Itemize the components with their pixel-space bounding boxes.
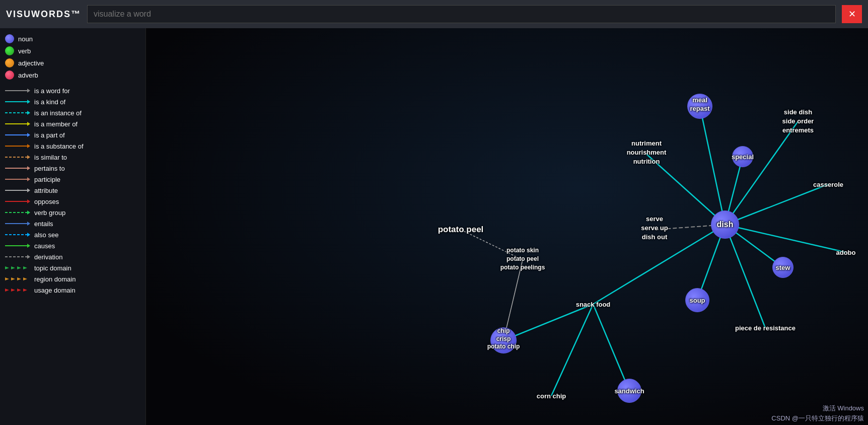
svg-marker-34 (17, 266, 21, 269)
legend-causes: causes (5, 242, 140, 250)
is-a-member-of-label: is a member of (34, 120, 78, 128)
legend-participle: participle (5, 175, 140, 183)
usage-domain-line (5, 286, 30, 294)
svg-marker-35 (23, 266, 27, 269)
node-chip-crisp[interactable] (490, 327, 517, 353)
svg-marker-40 (5, 289, 9, 292)
legend-adjective: adjective (5, 58, 140, 67)
is-a-substance-of-line (5, 142, 30, 150)
attribute-label: attribute (34, 187, 58, 194)
legend-opposes: opposes (5, 197, 140, 205)
legend-is-similar-to: is similar to (5, 153, 140, 161)
header: VISUWORDS™ ✕ (0, 0, 868, 28)
legend-panel: noun verb adjective adverb is a word for (0, 28, 146, 425)
entails-line (5, 220, 30, 228)
participle-label: participle (34, 176, 60, 183)
svg-marker-32 (5, 266, 9, 269)
legend-is-a-part-of: is a part of (5, 131, 140, 139)
svg-marker-15 (27, 166, 30, 170)
noun-circle (5, 34, 14, 43)
legend-topic-domain: topic domain (5, 264, 140, 272)
svg-marker-11 (27, 144, 30, 148)
node-stew[interactable] (772, 257, 793, 278)
node-special[interactable] (732, 146, 753, 167)
noun-label: noun (18, 35, 33, 43)
verb-group-line (5, 208, 30, 217)
adjective-label: adjective (18, 59, 44, 67)
node-meal-repast[interactable] (687, 94, 712, 119)
usage-domain-label: usage domain (34, 287, 76, 294)
region-domain-label: region domain (34, 275, 76, 283)
adverb-circle (5, 70, 14, 80)
main-area: noun verb adjective adverb is a word for (0, 28, 868, 425)
is-similar-to-line (5, 153, 30, 161)
legend-is-a-member-of: is a member of (5, 120, 140, 128)
is-a-kind-of-line (5, 98, 30, 106)
legend-adverb: adverb (5, 70, 140, 80)
node-dish[interactable] (711, 210, 739, 239)
is-a-word-for-line (5, 87, 30, 95)
svg-marker-41 (11, 289, 15, 292)
region-domain-line (5, 275, 30, 283)
pertains-to-label: pertains to (34, 165, 65, 172)
svg-marker-29 (27, 244, 30, 248)
pertains-to-line (5, 164, 30, 172)
is-a-part-of-label: is a part of (34, 131, 65, 139)
svg-marker-7 (27, 122, 30, 126)
is-a-substance-of-label: is a substance of (34, 143, 84, 150)
legend-pertains-to: pertains to (5, 164, 140, 172)
legend-also-see: also see (5, 231, 140, 239)
search-input[interactable] (87, 5, 836, 23)
is-a-kind-of-label: is a kind of (34, 98, 65, 106)
svg-marker-37 (11, 277, 15, 280)
legend-verb-group: verb group (5, 208, 140, 217)
derivation-label: derivation (34, 253, 62, 261)
is-a-word-for-label: is a word for (34, 87, 70, 95)
legend-is-an-instance-of: is an instance of (5, 109, 140, 117)
legend-derivation: derivation (5, 253, 140, 261)
svg-marker-21 (27, 199, 30, 203)
is-a-part-of-line (5, 131, 30, 139)
svg-marker-9 (27, 133, 30, 137)
legend-noun: noun (5, 34, 140, 43)
legend-is-a-kind-of: is a kind of (5, 98, 140, 106)
entails-label: entails (34, 220, 53, 228)
also-see-label: also see (34, 231, 58, 239)
graph-edges (146, 28, 868, 425)
adverb-label: adverb (18, 72, 38, 79)
is-a-member-of-line (5, 120, 30, 128)
watermark-csdn: CSDN @一只特立独行的程序猿 (767, 412, 868, 425)
svg-marker-31 (27, 255, 30, 259)
participle-line (5, 175, 30, 183)
is-similar-to-label: is similar to (34, 154, 67, 161)
graph-area[interactable]: dish mealrepast side dishside orderentre… (146, 28, 868, 425)
legend-region-domain: region domain (5, 275, 140, 283)
legend-is-a-word-for: is a word for (5, 87, 140, 95)
svg-marker-1 (27, 89, 30, 93)
svg-marker-23 (27, 210, 30, 215)
node-soup[interactable] (685, 288, 709, 312)
svg-line-45 (725, 121, 798, 225)
svg-marker-27 (27, 233, 30, 237)
svg-line-53 (646, 154, 725, 225)
svg-marker-43 (23, 289, 27, 292)
legend-entails: entails (5, 220, 140, 228)
node-sandwich[interactable] (617, 379, 641, 403)
svg-marker-25 (27, 222, 30, 226)
verb-group-label: verb group (34, 209, 65, 217)
svg-line-55 (593, 304, 629, 391)
legend-usage-domain: usage domain (5, 286, 140, 294)
legend-verb: verb (5, 46, 140, 55)
legend-is-a-substance-of: is a substance of (5, 142, 140, 150)
app-logo: VISUWORDS™ (6, 9, 81, 20)
topic-domain-label: topic domain (34, 264, 71, 272)
causes-label: causes (34, 242, 55, 250)
svg-marker-3 (27, 100, 30, 104)
random-button[interactable]: ✕ (842, 5, 862, 23)
random-icon: ✕ (848, 9, 856, 20)
causes-line (5, 242, 30, 250)
verb-label: verb (18, 47, 31, 55)
svg-marker-5 (27, 111, 30, 115)
adjective-circle (5, 58, 14, 67)
svg-marker-33 (11, 266, 15, 269)
